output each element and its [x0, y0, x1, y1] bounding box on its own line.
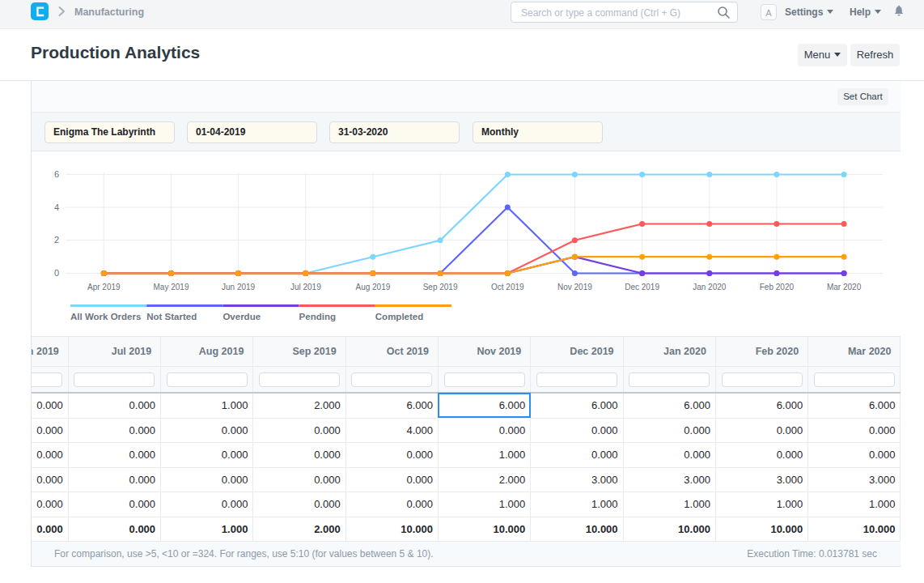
svg-text:Apr 2019: Apr 2019 [87, 283, 121, 292]
svg-text:2: 2 [54, 235, 59, 245]
svg-text:Oct 2019: Oct 2019 [491, 283, 524, 292]
svg-text:All Work Orders: All Work Orders [70, 312, 141, 321]
svg-text:Completed: Completed [375, 312, 423, 321]
svg-text:Overdue: Overdue [223, 312, 261, 321]
svg-text:Aug 2019: Aug 2019 [355, 283, 390, 292]
svg-text:Jun 2019: Jun 2019 [222, 283, 256, 292]
svg-text:Mar 2020: Mar 2020 [827, 283, 862, 292]
svg-text:May 2019: May 2019 [154, 283, 189, 292]
svg-text:4: 4 [54, 202, 59, 212]
svg-text:0: 0 [54, 268, 59, 278]
svg-text:Pending: Pending [299, 312, 336, 321]
svg-text:Not Started: Not Started [146, 312, 197, 321]
svg-text:Nov 2019: Nov 2019 [557, 283, 592, 292]
svg-text:Dec 2019: Dec 2019 [625, 283, 659, 292]
svg-text:Sep 2019: Sep 2019 [423, 283, 458, 292]
svg-text:Feb 2020: Feb 2020 [760, 283, 795, 292]
svg-text:Jul 2019: Jul 2019 [290, 283, 321, 292]
svg-text:Jan 2020: Jan 2020 [693, 283, 727, 292]
svg-text:6: 6 [54, 169, 59, 179]
